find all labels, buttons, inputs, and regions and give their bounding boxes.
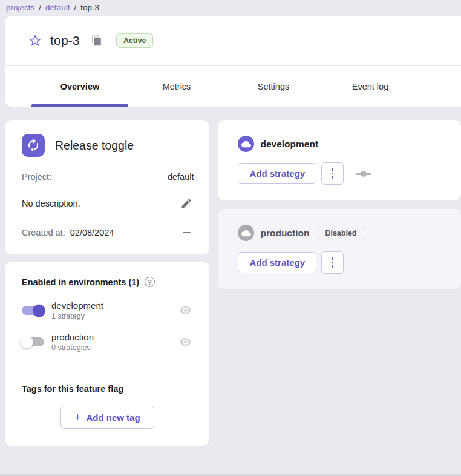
project-label: Project:	[22, 172, 51, 182]
overview-content: Release toggle Project: default No descr…	[5, 120, 461, 446]
cloud-environment-icon	[238, 225, 254, 241]
breadcrumb-default-link[interactable]: default	[45, 3, 70, 12]
environment-row-production: production 0 strategies	[22, 332, 192, 352]
environment-panel-name: production	[260, 228, 309, 239]
release-toggle-sync-icon	[22, 134, 45, 157]
left-column: Release toggle Project: default No descr…	[5, 120, 209, 446]
breadcrumb: projects / default / top-3	[0, 0, 461, 16]
flag-header: top-3 Active	[5, 16, 461, 66]
environment-menu-kebab-icon[interactable]	[321, 251, 344, 274]
add-strategy-label: Add strategy	[249, 257, 305, 268]
lifecycle-stage-icon	[356, 171, 371, 177]
environment-name: development	[51, 300, 178, 311]
eye-icon[interactable]	[178, 303, 192, 318]
cloud-environment-icon	[238, 136, 254, 152]
breadcrumb-separator: /	[74, 3, 77, 12]
strategy-count: 1 strategy	[51, 312, 178, 320]
development-environment-panel: development Add strategy	[218, 120, 461, 200]
eye-icon[interactable]	[178, 335, 192, 349]
help-icon[interactable]: ?	[145, 277, 155, 287]
environment-row-development: development 1 strategy	[22, 300, 192, 320]
collapse-minus-icon[interactable]	[179, 225, 194, 240]
page-title: top-3	[50, 33, 80, 48]
development-toggle[interactable]	[22, 306, 44, 315]
tab-settings[interactable]: Settings	[225, 66, 322, 107]
environments-heading: Enabled in environments (1)	[22, 277, 139, 287]
environment-menu-kebab-icon[interactable]	[321, 162, 344, 185]
production-toggle[interactable]	[22, 337, 44, 346]
breadcrumb-projects-link[interactable]: projects	[6, 3, 34, 12]
copy-icon[interactable]	[91, 35, 102, 46]
right-column: development Add strategy prod	[218, 120, 461, 289]
environment-name: production	[51, 332, 178, 342]
disabled-badge: Disabled	[318, 226, 364, 240]
tab-bar: Overview Metrics Settings Event log	[5, 66, 461, 107]
flag-header-card: top-3 Active Overview Metrics Settings E…	[5, 16, 461, 107]
created-at-value: 02/08/2024	[70, 228, 114, 237]
breadcrumb-separator: /	[39, 3, 41, 12]
status-badge: Active	[116, 33, 154, 48]
add-new-tag-label: Add new tag	[86, 412, 140, 423]
add-strategy-button[interactable]: Add strategy	[238, 252, 316, 273]
breadcrumb-current: top-3	[80, 3, 99, 12]
add-new-tag-button[interactable]: + Add new tag	[60, 406, 154, 429]
tab-overview[interactable]: Overview	[31, 66, 128, 107]
created-at-label: Created at:	[22, 228, 65, 237]
add-strategy-label: Add strategy	[249, 168, 305, 179]
horizontal-scrollbar[interactable]	[0, 474, 461, 476]
production-environment-panel: production Disabled Add strategy	[218, 209, 461, 289]
tab-metrics[interactable]: Metrics	[128, 66, 225, 107]
flag-type-label: Release toggle	[55, 139, 134, 153]
tags-heading: Tags for this feature flag	[22, 384, 192, 394]
description-text: No description.	[22, 199, 80, 208]
tags-section: Tags for this feature flag + Add new tag	[5, 369, 209, 446]
project-value[interactable]: default	[168, 172, 194, 182]
add-strategy-button[interactable]: Add strategy	[238, 163, 316, 184]
environment-panel-name: development	[260, 139, 318, 150]
flag-type-card: Release toggle Project: default No descr…	[5, 120, 209, 254]
edit-description-pencil-icon[interactable]	[179, 196, 194, 211]
strategy-count: 0 strategies	[51, 343, 178, 352]
plus-icon: +	[74, 412, 81, 423]
favorite-star-icon[interactable]	[28, 33, 42, 48]
environments-card: Enabled in environments (1) ? developmen…	[5, 262, 209, 446]
tab-event-log[interactable]: Event log	[322, 66, 419, 107]
